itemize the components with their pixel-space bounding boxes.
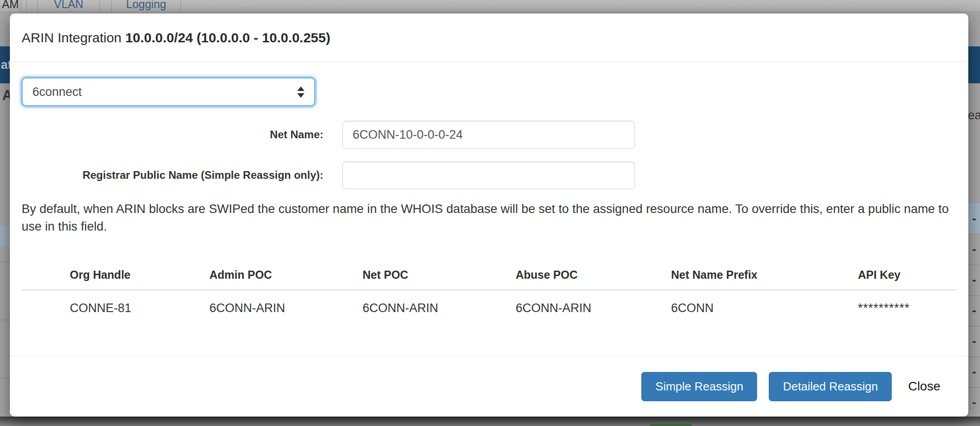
admin-poc-cell: 6CONN-ARIN [209,290,363,344]
background-text-fragment: ea [968,109,980,122]
tab-logging[interactable]: Logging [111,0,181,12]
background-table-row: - [968,326,980,357]
background-green-button[interactable] [649,424,692,426]
select-stepper-icon [297,86,304,98]
net-poc-cell: 6CONN-ARIN [363,290,516,344]
cell-dash: - [972,396,976,410]
background-tab-bar: AM VLAN Logging [0,0,980,12]
abuse-poc-header: Abuse POC [516,268,671,290]
background-table-row: - [968,295,980,326]
admin-poc-header: Admin POC [209,268,363,290]
net-name-input[interactable] [342,121,635,149]
tab-logging-label: Logging [126,0,166,11]
modal-header: ARIN Integration 10.0.0.0/24 (10.0.0.0 -… [10,14,968,62]
close-button[interactable]: Close [908,379,940,394]
net-name-prefix-header: Net Name Prefix [671,268,858,290]
background-selected-row-left [0,225,10,247]
modal-title-prefix: ARIN Integration [22,30,125,45]
cell-dash: - [972,365,976,379]
net-name-prefix-cell: 6CONN [671,290,858,344]
background-table-row: - [968,234,980,265]
registrar-public-name-input[interactable] [342,161,635,189]
radio-column-header [22,268,70,290]
background-table-row: - [968,265,980,295]
net-name-label: Net Name: [22,128,323,141]
cell-dash: - [972,304,976,318]
row-divider [0,320,10,320]
cell-dash: - [972,212,976,226]
tab-divider [26,0,27,12]
modal-footer: Simple Reassign Detailed Reassign Close [10,356,968,417]
tab-ipam[interactable]: AM [0,0,21,12]
net-name-row: Net Name: [22,121,957,149]
tab-vlan[interactable]: VLAN [37,0,100,12]
detailed-reassign-button[interactable]: Detailed Reassign [769,372,892,401]
integration-select[interactable]: 6connect [22,77,315,106]
org-handle-cell: CONNE-81 [70,290,209,344]
cell-dash: - [972,273,976,287]
table-row: CONNE-81 6CONN-ARIN 6CONN-ARIN 6CONN-ARI… [22,290,957,344]
modal-title-detail: 10.0.0.0/24 (10.0.0.0 - 10.0.0.255) [125,30,330,45]
registrar-public-name-row: Registrar Public Name (Simple Reassign o… [22,161,957,189]
cell-dash: - [972,335,976,349]
net-poc-header: Net POC [363,268,516,290]
tab-ipam-label: AM [2,0,19,11]
background-table-row: - [968,387,980,418]
background-selected-row-right: - [968,204,980,234]
abuse-poc-cell: 6CONN-ARIN [516,290,671,344]
registrar-public-name-label: Registrar Public Name (Simple Reassign o… [22,169,323,181]
table-header-row: Org Handle Admin POC Net POC Abuse POC N… [22,268,957,290]
modal-title: ARIN Integration 10.0.0.0/24 (10.0.0.0 -… [22,30,330,45]
api-key-header: API Key [858,268,957,290]
arin-integration-modal: ARIN Integration 10.0.0.0/24 (10.0.0.0 -… [10,14,968,417]
swip-help-text: By default, when ARIN blocks are SWIPed … [22,200,957,235]
tab-vlan-label: VLAN [54,0,83,11]
row-divider [0,261,10,262]
cell-dash: - [972,243,976,257]
modal-body: 6connect Net Name: Registrar Public Name… [10,62,968,356]
org-poc-table: Org Handle Admin POC Net POC Abuse POC N… [22,268,957,344]
integration-select-value: 6connect [32,85,82,99]
org-handle-header: Org Handle [70,268,209,290]
row-divider [0,378,10,378]
simple-reassign-button[interactable]: Simple Reassign [641,372,757,401]
api-key-cell: ********** [858,290,957,344]
background-table-row: - [968,357,980,387]
modal-drop-shadow-area [0,417,980,426]
